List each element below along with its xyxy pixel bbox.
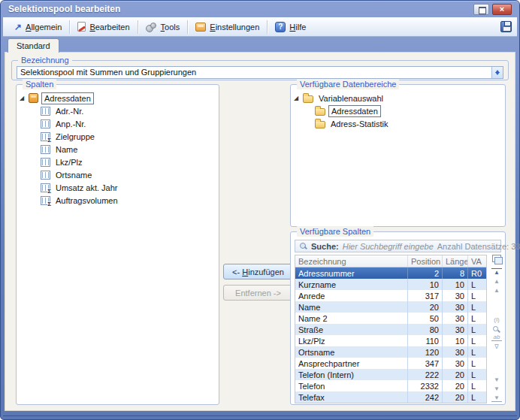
- table-row[interactable]: Straße 80 30 L: [295, 324, 486, 335]
- toolbar-item-tools[interactable]: Tools: [140, 19, 186, 35]
- cell-bezeichnung: Adressnummer: [295, 267, 408, 279]
- tree-node[interactable]: Anp.-Nr.: [20, 117, 216, 130]
- tab-standard[interactable]: Standard: [8, 38, 59, 53]
- datenbereiche-tree: Variablenauswahl Adressdaten Adress-Stat…: [294, 92, 502, 223]
- table-row[interactable]: Ansprechpartner 347 30 L: [295, 358, 486, 369]
- tree-node[interactable]: Name: [20, 143, 216, 156]
- table-row[interactable]: Telefax 242 20 L: [295, 391, 486, 403]
- move-bottom-icon[interactable]: ▼: [491, 394, 502, 402]
- group-datenbereiche: Verfügbare Datenbereiche Variablenauswah…: [290, 84, 506, 227]
- combobox-dropdown-icon[interactable]: [491, 67, 503, 78]
- group-bezeichnung: Bezeichnung Selektionspool mit Summen un…: [11, 60, 509, 80]
- cell-position: 10: [408, 279, 443, 290]
- tree-node-selected[interactable]: Adressdaten: [294, 104, 502, 117]
- move-down-icon[interactable]: ▼: [491, 385, 502, 392]
- toolbar-item-allgemein[interactable]: Allgemein: [8, 19, 68, 35]
- cell-bezeichnung: Telefax: [295, 391, 408, 403]
- table-icon: [41, 119, 50, 128]
- close-icon[interactable]: [492, 4, 512, 15]
- cell-laenge: 10: [443, 335, 468, 346]
- tree-node[interactable]: Ortsname: [20, 168, 216, 181]
- save-icon[interactable]: [500, 21, 512, 32]
- column-header-bezeichnung[interactable]: Bezeichnung: [295, 255, 408, 267]
- tree-node-label: Auftragsvolumen: [53, 195, 120, 206]
- cell-laenge: 10: [443, 279, 468, 290]
- folder-icon: [315, 121, 325, 128]
- gears-icon: [146, 22, 157, 32]
- move-top-icon[interactable]: ▲: [491, 268, 502, 276]
- cell-position: 80: [408, 324, 443, 335]
- settings-icon: [195, 23, 206, 32]
- column-chooser-icon[interactable]: [492, 255, 501, 262]
- cell-va: L: [468, 290, 486, 301]
- cell-position: 317: [408, 290, 443, 301]
- search-placeholder: Hier Suchbegriff eingebe: [343, 242, 434, 251]
- column-header-laenge[interactable]: Länge: [443, 255, 468, 267]
- cell-laenge: 30: [443, 301, 468, 313]
- column-header-va[interactable]: VA: [468, 255, 486, 267]
- table-row[interactable]: Telefon 2332 20 L: [295, 380, 486, 391]
- toolbar-item-bearbeiten[interactable]: Bearbeiten: [71, 19, 135, 35]
- tree-node[interactable]: Adr.-Nr.: [20, 104, 216, 117]
- cell-va: L: [468, 358, 486, 369]
- cell-bezeichnung: Name 2: [295, 313, 408, 324]
- cell-bezeichnung: Kurzname: [295, 279, 408, 290]
- toolbar-item-hilfe[interactable]: Hilfe: [269, 19, 312, 35]
- tree-node[interactable]: Zielgruppe: [20, 130, 216, 143]
- search-input[interactable]: Suche: Hier Suchbegriff eingebe Anzahl D…: [295, 240, 501, 252]
- cell-va: L: [468, 313, 486, 324]
- bezeichnung-combobox[interactable]: Selektionspool mit Summen und Gruppierun…: [17, 66, 503, 79]
- incremental-search-icon[interactable]: ab: [491, 334, 502, 341]
- cell-va: L: [468, 324, 486, 335]
- cell-position: 50: [408, 313, 443, 324]
- move-up-icon[interactable]: ▲: [491, 278, 502, 285]
- tree-node-label: Lkz/Plz: [53, 157, 84, 168]
- search-icon[interactable]: [493, 326, 500, 334]
- cell-bezeichnung: Ortsname: [295, 346, 408, 358]
- table-row-selected[interactable]: Adressnummer 2 8 R0: [295, 267, 486, 279]
- column-header-position[interactable]: Position: [408, 255, 443, 267]
- table-row[interactable]: Lkz/Plz 110 10 L: [295, 335, 486, 346]
- tree-node-root[interactable]: Adressdaten: [20, 92, 216, 104]
- cell-laenge: 30: [443, 290, 468, 301]
- tree-node[interactable]: Auftragsvolumen: [20, 194, 216, 207]
- cell-va: L: [468, 380, 486, 391]
- cell-laenge: 30: [443, 313, 468, 324]
- restore-icon[interactable]: [473, 4, 489, 15]
- expand-arrow-icon[interactable]: [20, 95, 29, 101]
- table-row[interactable]: Name 20 30 L: [295, 301, 486, 313]
- table-row[interactable]: Telefon (Intern) 222 20 L: [295, 369, 486, 380]
- folder-icon: [315, 108, 325, 116]
- tree-node[interactable]: Umsatz akt. Jahr: [20, 181, 216, 194]
- remove-button[interactable]: Entfernen ->: [223, 285, 293, 301]
- tab-page: Bezeichnung Selektionspool mit Summen un…: [5, 52, 515, 411]
- scroll-down-icon[interactable]: ▼: [491, 376, 502, 383]
- auto-width-icon[interactable]: (I): [491, 316, 502, 323]
- record-count: Anzahl Datensätze: 339: [437, 242, 520, 251]
- table-row[interactable]: Name 2 50 30 L: [295, 313, 486, 324]
- cell-laenge: 8: [443, 267, 468, 279]
- edit-page-icon: [77, 22, 86, 32]
- group-label: Verfügbare Spalten: [297, 226, 373, 237]
- tree-node-label: Adress-Statistik: [328, 119, 390, 129]
- cell-laenge: 30: [443, 324, 468, 335]
- tab-strip: Standard: [8, 38, 59, 53]
- cell-position: 222: [408, 369, 443, 380]
- scroll-up-icon[interactable]: ▲: [491, 287, 502, 294]
- table-row[interactable]: Anrede 317 30 L: [295, 290, 486, 301]
- expand-arrow-icon[interactable]: [294, 95, 303, 101]
- tree-node[interactable]: Adress-Statistik: [294, 117, 502, 130]
- toolbar-item-label: Bearbeiten: [89, 23, 129, 32]
- filter-icon[interactable]: ∇: [491, 343, 502, 350]
- cell-bezeichnung: Straße: [295, 324, 408, 335]
- cell-position: 20: [408, 301, 443, 313]
- toolbar-separator: [267, 20, 268, 34]
- tree-node-root[interactable]: Variablenauswahl: [294, 92, 502, 104]
- cell-laenge: 30: [443, 346, 468, 358]
- tree-node[interactable]: Lkz/Plz: [20, 156, 216, 168]
- toolbar-item-einstellungen[interactable]: Einstellungen: [189, 19, 265, 35]
- add-button[interactable]: <- Hinzufügen: [223, 264, 293, 279]
- table-row[interactable]: Ortsname 120 30 L: [295, 346, 486, 358]
- table-row[interactable]: Kurzname 10 10 L: [295, 279, 486, 290]
- table-sum-icon: [41, 132, 50, 141]
